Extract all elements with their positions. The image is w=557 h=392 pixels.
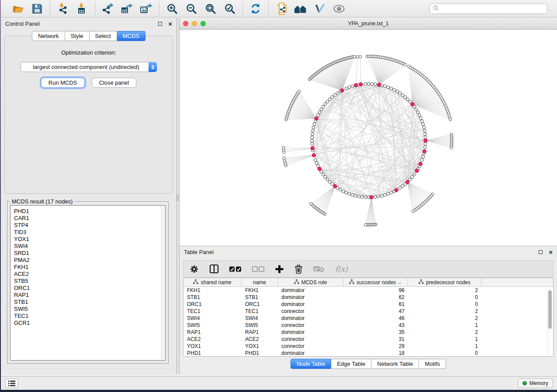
search-input[interactable] <box>439 6 544 12</box>
table-cell: connector <box>278 308 343 314</box>
table-cell: 0 <box>408 301 481 307</box>
table-scrollbar-thumb[interactable] <box>548 290 552 329</box>
mcds-result-item[interactable]: PMA2 <box>14 257 162 264</box>
import-table-icon[interactable] <box>76 2 89 15</box>
zoom-selected-icon[interactable] <box>223 2 236 15</box>
table-cell: ORC1 <box>183 301 242 307</box>
mcds-result-item[interactable]: TID3 <box>14 229 162 236</box>
mcds-result-item[interactable]: ACE2 <box>14 271 162 278</box>
open-file-icon[interactable] <box>11 2 24 15</box>
table-row[interactable]: ACE2ACE2connector311 <box>183 336 553 343</box>
table-cell: 2 <box>408 287 481 293</box>
mcds-result-item[interactable]: SRD1 <box>14 250 162 257</box>
table-cell: 2 <box>408 329 481 335</box>
float-table-panel-icon[interactable] <box>539 250 543 254</box>
table-cell: 18 <box>343 350 408 356</box>
mcds-result-item[interactable]: PHD1 <box>14 208 162 215</box>
gear-icon[interactable] <box>190 265 199 274</box>
columns-icon[interactable] <box>209 264 219 274</box>
refresh-icon[interactable] <box>249 2 262 15</box>
column-header-shared-name[interactable]: shared name <box>183 278 242 286</box>
tab-style[interactable]: Style <box>65 31 90 41</box>
close-panel-icon[interactable]: × <box>168 22 172 26</box>
float-panel-icon[interactable] <box>158 22 162 26</box>
search-field[interactable] <box>429 3 547 14</box>
zoom-fit-icon[interactable] <box>204 2 217 15</box>
column-label: MCDS role <box>301 279 327 285</box>
column-header-successor-nodes[interactable]: successor nodes⌄ <box>343 278 408 286</box>
mcds-result-item[interactable]: GCR1 <box>14 320 162 327</box>
home-networks-icon[interactable] <box>294 2 307 15</box>
column-header-name[interactable]: name <box>242 278 278 286</box>
tab-select[interactable]: Select <box>90 31 117 41</box>
mcds-result-item[interactable]: STB1 <box>14 299 162 306</box>
mcds-result-item[interactable]: STP4 <box>14 222 162 229</box>
memory-status-icon <box>522 381 527 385</box>
column-label: predecessor nodes <box>426 279 471 285</box>
table-body: FKH1FKH1dominator962STB1STB1dominator620… <box>183 287 553 357</box>
mcds-result-item[interactable]: SWI5 <box>14 306 162 313</box>
export-network-icon[interactable] <box>101 2 114 15</box>
close-table-panel-icon[interactable]: × <box>549 250 553 254</box>
deselect-all-icon[interactable] <box>252 266 264 272</box>
table-row[interactable]: RAP1RAP1dominator352 <box>183 329 553 336</box>
network-canvas[interactable] <box>180 30 557 246</box>
tab-network[interactable]: Network <box>32 31 65 41</box>
column-header-predecessor-nodes[interactable]: predecessor nodes <box>408 278 481 286</box>
table-row[interactable]: TEC1TEC1connector472 <box>183 308 553 315</box>
clone-network-icon[interactable] <box>275 2 288 15</box>
table-row[interactable]: SWI5SWI5connector431 <box>183 322 553 329</box>
save-session-icon[interactable] <box>31 2 44 15</box>
result-list-scrollbar[interactable] <box>161 206 165 360</box>
mcds-result-group: MCDS result (17 nodes) PHD1CAR1STP4TID3Y… <box>7 201 169 364</box>
mcds-result-item[interactable]: YOX1 <box>14 236 162 243</box>
import-network-icon[interactable] <box>56 2 69 15</box>
table-tab-node-table[interactable]: Node Table <box>291 359 332 369</box>
table-row[interactable]: STB1STB1dominator620 <box>183 294 553 301</box>
add-icon[interactable] <box>275 265 284 274</box>
run-mcds-button[interactable]: Run MCDS <box>41 78 85 88</box>
zoom-in-icon[interactable] <box>166 2 179 15</box>
mcds-result-item[interactable]: CAR1 <box>14 215 162 222</box>
table-row[interactable]: FKH1FKH1dominator962 <box>183 287 553 294</box>
task-history-button[interactable] <box>5 378 18 388</box>
mcds-result-list[interactable]: PHD1CAR1STP4TID3YOX1SWI4SRD1PMA2FKH1ACE2… <box>10 205 166 361</box>
table-scrollbar[interactable] <box>547 289 552 355</box>
control-panel: Control Panel × NetworkStyleSelectMCDS O… <box>1 18 177 374</box>
table-tab-network-table[interactable]: Network Table <box>371 359 419 369</box>
memory-button[interactable]: Memory <box>518 378 553 388</box>
table-tab-edge-table[interactable]: Edge Table <box>331 359 371 369</box>
mcds-result-item[interactable]: ORC1 <box>14 285 162 292</box>
network-window-title: YPA_prune.txt_1 <box>180 21 557 27</box>
mcds-result-item[interactable]: SWI4 <box>14 243 162 250</box>
table-row[interactable]: SWI4SWI4dominator462 <box>183 315 553 322</box>
column-label: successor nodes <box>356 279 396 285</box>
sort-indicator-icon[interactable]: ⌄ <box>398 280 401 285</box>
delete-icon[interactable] <box>294 264 303 274</box>
column-type-icon <box>419 279 424 285</box>
table-row[interactable]: ORC1ORC1dominator610 <box>183 301 553 308</box>
close-panel-button[interactable]: Close panel <box>92 78 137 88</box>
table-row[interactable]: PHD1PHD1dominator180 <box>183 350 553 357</box>
column-header-MCDS-role[interactable]: MCDS role <box>278 278 343 286</box>
export-image-icon[interactable] <box>140 2 153 15</box>
table-cell: SWI5 <box>183 322 242 328</box>
tab-mcds[interactable]: MCDS <box>117 31 145 41</box>
table-tab-motifs[interactable]: Motifs <box>419 359 446 369</box>
optimization-criterion-select[interactable]: largest connected component (undirected) <box>21 62 157 72</box>
mcds-result-item[interactable]: FKH1 <box>14 264 162 271</box>
mcds-result-item[interactable]: TEC1 <box>14 313 162 320</box>
mcds-result-item[interactable]: RAP1 <box>14 292 162 299</box>
table-cell: 1 <box>408 336 481 342</box>
export-table-icon[interactable] <box>121 2 134 15</box>
eye-icon[interactable] <box>332 2 346 15</box>
control-panel-titlebar: Control Panel × <box>1 18 176 29</box>
table-panel-title: Table Panel <box>184 249 214 255</box>
table-row[interactable]: YOX1YOX1connector291 <box>183 343 553 350</box>
vizmapper-icon[interactable] <box>313 2 326 15</box>
select-all-icon[interactable] <box>229 266 242 272</box>
network-graph[interactable] <box>180 30 557 246</box>
column-label: name <box>253 279 266 285</box>
zoom-out-icon[interactable] <box>185 2 198 15</box>
mcds-result-item[interactable]: STB5 <box>14 278 162 285</box>
